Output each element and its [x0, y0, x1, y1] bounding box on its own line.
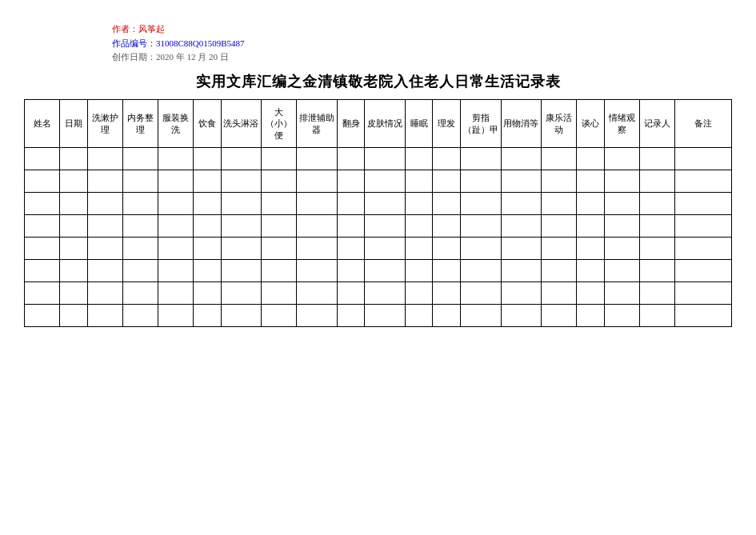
- table-cell: [461, 238, 501, 260]
- table-cell: [577, 193, 605, 215]
- table-cell: [604, 282, 639, 305]
- table-cell: [674, 260, 731, 282]
- table-cell: [461, 193, 501, 215]
- table-cell: [433, 260, 461, 282]
- id-label: 作品编号：: [112, 38, 156, 48]
- table-cell: [674, 215, 731, 238]
- table-cell: [577, 215, 605, 238]
- table-cell: [158, 148, 193, 170]
- table-cell: [501, 238, 541, 260]
- meta-author-line: 作者：风筝起: [112, 22, 245, 37]
- table-cell: [433, 282, 461, 305]
- table-cell: [262, 282, 297, 305]
- table-cell: [501, 193, 541, 215]
- table-cell: [365, 260, 405, 282]
- author-value: 风筝起: [138, 24, 165, 34]
- main-title: 实用文库汇编之金清镇敬老院入住老人日常生活记录表: [24, 72, 732, 91]
- meta-date-line: 创作日期：2020 年 12 月 20 日: [112, 50, 245, 65]
- table-cell: [461, 170, 501, 193]
- table-cell: [25, 305, 60, 327]
- col-header-stuff: 用物消等: [501, 100, 541, 148]
- table-cell: [297, 193, 337, 215]
- meta-id-line: 作品编号：31008C88Q01509B5487: [112, 37, 245, 51]
- table-cell: [122, 305, 158, 327]
- table-cell: [405, 282, 433, 305]
- table-cell: [194, 193, 222, 215]
- table-cell: [25, 170, 60, 193]
- table-cell: [297, 148, 337, 170]
- table-cell: [262, 170, 297, 193]
- table-cell: [297, 170, 337, 193]
- table-cell: [405, 193, 433, 215]
- col-header-mood: 情绪观察: [604, 100, 639, 148]
- table-cell: [577, 170, 605, 193]
- table-cell: [158, 170, 193, 193]
- table-container: 姓名 日期 洗漱护理 内务整理 服装换洗 饮食 洗头淋浴 大（小）便 排泄辅助器…: [24, 99, 732, 327]
- table-cell: [433, 170, 461, 193]
- table-cell: [639, 305, 674, 327]
- table-cell: [25, 193, 60, 215]
- table-cell: [541, 193, 576, 215]
- table-row: [25, 170, 732, 193]
- table-cell: [221, 282, 261, 305]
- table-cell: [501, 170, 541, 193]
- table-row: [25, 238, 732, 260]
- table-cell: [262, 148, 297, 170]
- table-cell: [461, 282, 501, 305]
- table-cell: [194, 170, 222, 193]
- table-cell: [122, 148, 158, 170]
- table-cell: [158, 215, 193, 238]
- table-row: [25, 282, 732, 305]
- table-cell: [262, 305, 297, 327]
- table-cell: [405, 305, 433, 327]
- table-cell: [297, 305, 337, 327]
- col-header-leisure: 康乐活动: [541, 100, 576, 148]
- table-cell: [604, 170, 639, 193]
- table-cell: [337, 260, 365, 282]
- table-cell: [87, 148, 122, 170]
- table-cell: [25, 282, 60, 305]
- table-cell: [433, 305, 461, 327]
- table-cell: [604, 215, 639, 238]
- table-cell: [639, 215, 674, 238]
- table-cell: [262, 215, 297, 238]
- table-cell: [639, 148, 674, 170]
- table-cell: [639, 282, 674, 305]
- table-cell: [87, 282, 122, 305]
- table-cell: [122, 170, 158, 193]
- table-cell: [25, 238, 60, 260]
- table-cell: [604, 148, 639, 170]
- table-cell: [87, 215, 122, 238]
- table-cell: [60, 148, 88, 170]
- table-cell: [501, 260, 541, 282]
- table-cell: [405, 148, 433, 170]
- meta-info: 作者：风筝起 作品编号：31008C88Q01509B5487 创作日期：202…: [112, 22, 245, 65]
- table-cell: [194, 215, 222, 238]
- table-cell: [337, 305, 365, 327]
- table-cell: [297, 215, 337, 238]
- table-cell: [541, 170, 576, 193]
- table-cell: [639, 170, 674, 193]
- table-cell: [194, 148, 222, 170]
- table-cell: [577, 282, 605, 305]
- table-cell: [541, 215, 576, 238]
- table-cell: [87, 170, 122, 193]
- table-cell: [221, 148, 261, 170]
- table-cell: [158, 193, 193, 215]
- header-row: 姓名 日期 洗漱护理 内务整理 服装换洗 饮食 洗头淋浴 大（小）便 排泄辅助器…: [25, 100, 732, 148]
- table-row: [25, 305, 732, 327]
- table-cell: [501, 305, 541, 327]
- table-cell: [405, 215, 433, 238]
- col-header-notes: 备注: [674, 100, 731, 148]
- page: 作者：风筝起 作品编号：31008C88Q01509B5487 创作日期：202…: [0, 0, 756, 535]
- table-cell: [541, 305, 576, 327]
- table-cell: [337, 148, 365, 170]
- col-header-inner-tidy: 内务整理: [122, 100, 158, 148]
- table-cell: [365, 148, 405, 170]
- table-body: [25, 148, 732, 327]
- table-cell: [87, 238, 122, 260]
- table-cell: [87, 305, 122, 327]
- table-cell: [365, 305, 405, 327]
- table-cell: [541, 260, 576, 282]
- table-cell: [221, 260, 261, 282]
